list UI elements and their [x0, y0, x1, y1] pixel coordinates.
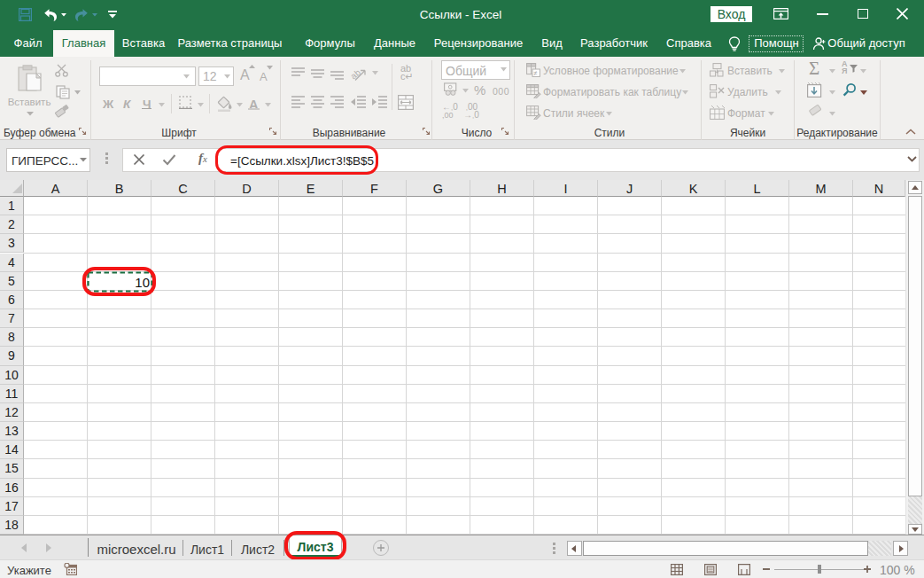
- svg-text:≠: ≠: [533, 69, 537, 77]
